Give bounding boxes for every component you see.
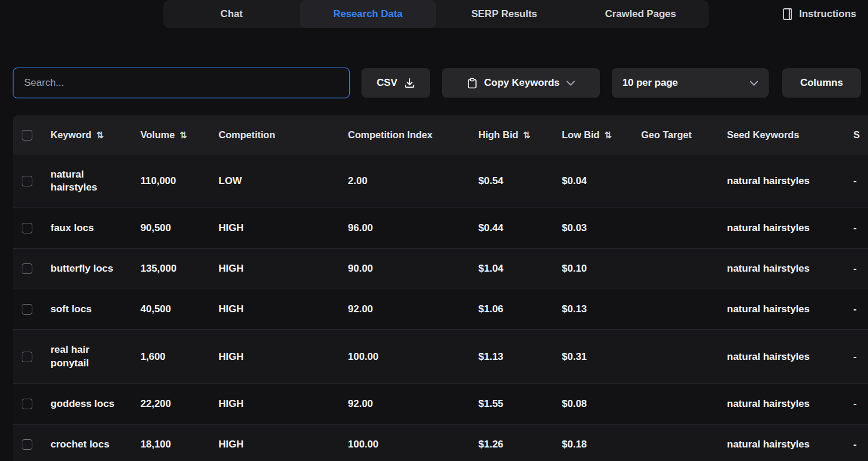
tab-chat[interactable]: Chat (163, 0, 300, 28)
table-row: real hair ponytail1,600HIGH100.00$1.13$0… (13, 330, 868, 383)
cell-geo_target (632, 330, 718, 383)
instructions-button[interactable]: Instructions (782, 6, 856, 22)
toolbar: CSV Copy Keywords 10 per page Columns (13, 68, 861, 98)
cell-low_bid: $0.04 (552, 155, 632, 208)
column-header-keyword[interactable]: Keyword⇅ (41, 115, 131, 155)
tab-research-data[interactable]: Research Data (300, 0, 436, 28)
copy-keywords-button[interactable]: Copy Keywords (442, 68, 600, 98)
row-checkbox[interactable] (22, 176, 32, 186)
column-header-volume[interactable]: Volume⇅ (131, 115, 209, 155)
cell-seed_keywords: natural hairstyles (718, 289, 844, 330)
chevron-down-icon (750, 77, 758, 89)
row-checkbox-cell (13, 424, 41, 461)
tab-crawled-pages[interactable]: Crawled Pages (572, 0, 709, 28)
select-all-checkbox[interactable] (22, 130, 32, 141)
cell-s_clipped: - (844, 289, 868, 330)
cell-seed_keywords: natural hairstyles (718, 424, 844, 461)
row-checkbox-cell (13, 330, 41, 383)
clipboard-icon (467, 78, 477, 89)
cell-keyword: faux locs (41, 208, 131, 249)
cell-competition: HIGH (209, 424, 339, 461)
cell-competition_index: 92.00 (339, 383, 469, 424)
book-icon (782, 8, 793, 21)
column-label: Low Bid (562, 129, 599, 140)
sort-arrows-icon[interactable]: ⇅ (604, 130, 612, 140)
column-header-seed_keywords: Seed Keywords (718, 115, 844, 155)
cell-seed_keywords: natural hairstyles (718, 383, 844, 424)
cell-geo_target (632, 289, 718, 330)
download-icon (404, 78, 415, 88)
column-header-low_bid[interactable]: Low Bid⇅ (552, 115, 632, 155)
cell-s_clipped: - (844, 383, 868, 424)
csv-export-button[interactable]: CSV (361, 68, 430, 98)
column-label: Competition Index (348, 129, 433, 140)
row-checkbox[interactable] (22, 223, 32, 233)
cell-high_bid: $1.06 (469, 289, 552, 330)
cell-low_bid: $0.10 (552, 249, 632, 289)
table-row: faux locs90,500HIGH96.00$0.44$0.03natura… (13, 208, 868, 249)
copy-keywords-label: Copy Keywords (484, 77, 559, 89)
top-bar: ChatResearch DataSERP ResultsCrawled Pag… (0, 0, 868, 28)
row-checkbox-cell (13, 155, 41, 208)
cell-geo_target (632, 424, 718, 461)
cell-geo_target (632, 155, 718, 208)
column-label: Competition (219, 129, 275, 140)
select-all-header-cell (13, 115, 41, 155)
cell-competition_index: 100.00 (339, 424, 469, 461)
cell-keyword: real hair ponytail (41, 330, 131, 383)
row-checkbox[interactable] (22, 399, 32, 409)
cell-competition: HIGH (209, 330, 339, 383)
column-label: Keyword (51, 129, 92, 140)
cell-competition: HIGH (209, 249, 339, 289)
columns-button-label: Columns (800, 77, 843, 89)
row-checkbox[interactable] (22, 352, 32, 362)
search-input[interactable] (13, 68, 350, 98)
table-row: butterfly locs135,000HIGH90.00$1.04$0.10… (13, 249, 868, 289)
column-label: Seed Keywords (727, 129, 799, 140)
column-label: Volume (140, 129, 175, 140)
csv-button-label: CSV (377, 77, 397, 89)
cell-competition: LOW (209, 155, 339, 208)
column-header-competition: Competition (209, 115, 339, 155)
cell-low_bid: $0.13 (552, 289, 632, 330)
tab-serp-results[interactable]: SERP Results (436, 0, 572, 28)
cell-seed_keywords: natural hairstyles (718, 249, 844, 289)
cell-volume: 110,000 (131, 155, 209, 208)
keywords-table: Keyword⇅Volume⇅CompetitionCompetition In… (13, 115, 868, 461)
column-header-high_bid[interactable]: High Bid⇅ (469, 115, 552, 155)
column-header-competition_index: Competition Index (339, 115, 469, 155)
cell-geo_target (632, 383, 718, 424)
cell-s_clipped: - (844, 330, 868, 383)
table-body: natural hairstyles110,000LOW2.00$0.54$0.… (13, 155, 868, 461)
cell-keyword: crochet locs (41, 424, 131, 461)
cell-s_clipped: - (844, 424, 868, 461)
sort-arrows-icon[interactable]: ⇅ (523, 130, 531, 140)
cell-volume: 135,000 (131, 249, 209, 289)
row-checkbox-cell (13, 383, 41, 424)
cell-high_bid: $1.26 (469, 424, 552, 461)
cell-high_bid: $1.04 (469, 249, 552, 289)
cell-low_bid: $0.08 (552, 383, 632, 424)
table-row: natural hairstyles110,000LOW2.00$0.54$0.… (13, 155, 868, 208)
cell-competition_index: 2.00 (339, 155, 469, 208)
row-checkbox[interactable] (22, 439, 32, 450)
column-header-s_clipped: S (844, 115, 868, 155)
cell-low_bid: $0.18 (552, 424, 632, 461)
column-header-geo_target: Geo Target (632, 115, 718, 155)
instructions-label: Instructions (799, 8, 856, 20)
cell-competition_index: 90.00 (339, 249, 469, 289)
sort-arrows-icon[interactable]: ⇅ (96, 130, 104, 140)
cell-competition_index: 100.00 (339, 330, 469, 383)
cell-competition_index: 92.00 (339, 289, 469, 330)
cell-keyword: soft locs (41, 289, 131, 330)
row-checkbox-cell (13, 249, 41, 289)
cell-low_bid: $0.31 (552, 330, 632, 383)
column-label: Geo Target (641, 129, 692, 140)
cell-high_bid: $0.54 (469, 155, 552, 208)
cell-seed_keywords: natural hairstyles (718, 330, 844, 383)
row-checkbox[interactable] (22, 304, 32, 315)
columns-button[interactable]: Columns (782, 68, 861, 98)
sort-arrows-icon[interactable]: ⇅ (179, 130, 187, 140)
row-checkbox[interactable] (22, 263, 32, 274)
per-page-select[interactable]: 10 per page (612, 68, 769, 98)
